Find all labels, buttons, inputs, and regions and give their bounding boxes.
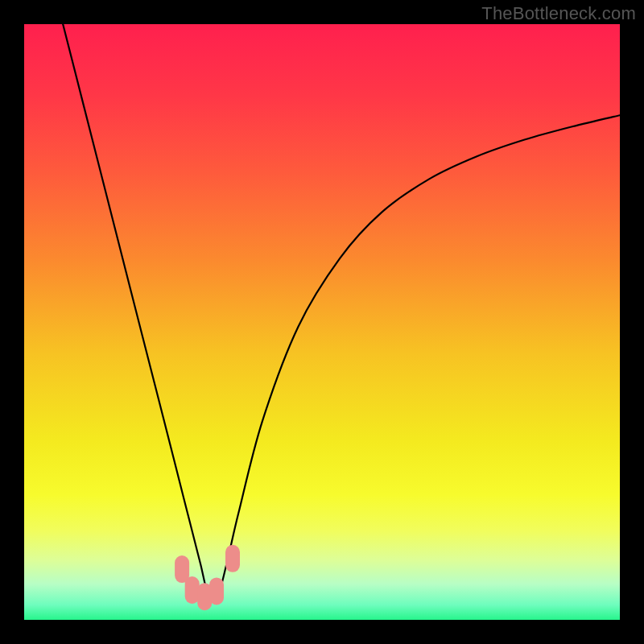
curve-marker bbox=[225, 545, 240, 572]
curve-marker bbox=[185, 576, 200, 604]
bottleneck-chart bbox=[24, 24, 620, 620]
watermark-text: TheBottleneck.com bbox=[481, 3, 636, 24]
chart-frame: TheBottleneck.com bbox=[0, 0, 644, 644]
gradient-background bbox=[24, 24, 620, 620]
curve-marker bbox=[209, 577, 224, 605]
